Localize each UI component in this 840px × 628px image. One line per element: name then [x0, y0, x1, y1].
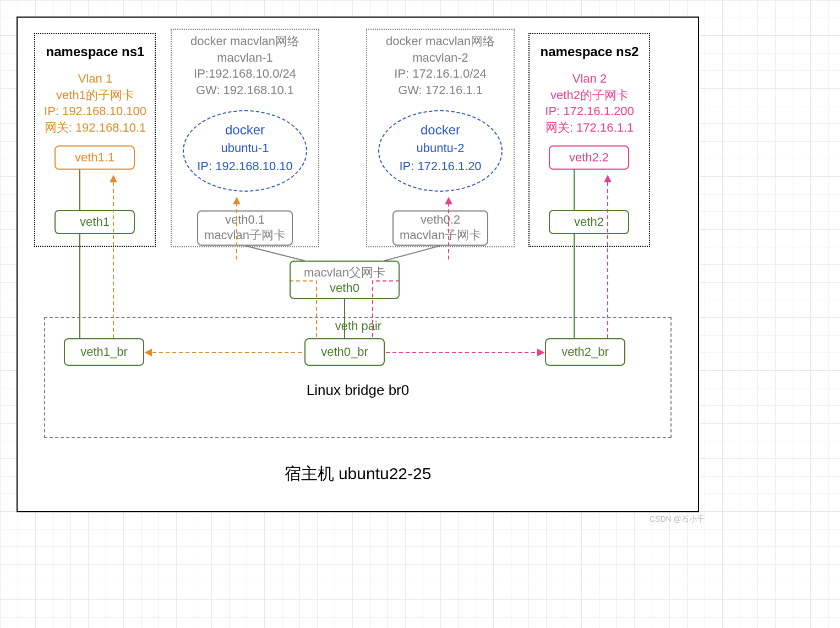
veth2-node: veth2	[549, 210, 629, 234]
veth01-desc: macvlan子网卡	[204, 227, 286, 243]
veth1-1-node: veth1.1	[54, 145, 135, 170]
ns2-info: Vlan 2 veth2的子网卡 IP: 172.16.1.200 网关: 17…	[531, 71, 648, 136]
veth2-2-node: veth2.2	[549, 145, 629, 170]
veth0-br-node: veth0_br	[304, 338, 385, 366]
ns1-title: namespace ns1	[39, 43, 152, 61]
veth01-name: veth0.1	[225, 213, 265, 227]
mv1-name: macvlan-1	[217, 51, 272, 64]
docker1-ip: IP: 192.168.10.10	[197, 159, 293, 173]
parent-nic-desc: macvlan父网卡	[304, 264, 385, 281]
mv2-name: macvlan-2	[412, 51, 468, 64]
ns2-subnic: veth2的子网卡	[550, 88, 629, 102]
docker1-name: ubuntu-1	[221, 141, 269, 155]
docker2-ip: IP: 172.16.1.20	[399, 159, 481, 173]
ns2-title: namespace ns2	[533, 43, 646, 61]
docker2-title: docker	[421, 122, 460, 137]
docker1-info: docker ubuntu-1 IP: 192.168.10.10	[185, 121, 305, 175]
veth1-node: veth1	[54, 210, 135, 234]
watermark: CSDN @石小千	[650, 515, 705, 524]
macvlan1-info: docker macvlan网络 macvlan-1 IP:192.168.10…	[174, 33, 316, 99]
ns1-vlan: Vlan 1	[78, 72, 112, 85]
bridge-label: Linux bridge br0	[286, 381, 429, 400]
mv1-gw: GW: 192.168.10.1	[196, 83, 294, 97]
ns1-gw: 网关: 192.168.10.1	[45, 121, 146, 134]
veth01-node: veth0.1 macvlan子网卡	[197, 210, 293, 246]
veth02-desc: macvlan子网卡	[400, 227, 481, 243]
mv2-gw: GW: 172.16.1.1	[398, 83, 483, 97]
ns2-gw: 网关: 172.16.1.1	[546, 121, 634, 134]
macvlan2-info: docker macvlan网络 macvlan-2 IP: 172.16.1.…	[369, 33, 511, 99]
veth1-br-node: veth1_br	[64, 338, 144, 366]
veth02-name: veth0.2	[421, 213, 460, 227]
mv2-ip: IP: 172.16.1.0/24	[394, 67, 487, 80]
host-label: 宿主机 ubuntu22-25	[259, 463, 457, 485]
ns1-info: Vlan 1 veth1的子网卡 IP: 192.168.10.100 网关: …	[36, 71, 154, 136]
mv1-title: docker macvlan网络	[190, 34, 299, 48]
veth0-parent-node: macvlan父网卡 veth0	[290, 261, 400, 299]
veth2-br-node: veth2_br	[545, 338, 625, 366]
mv2-title: docker macvlan网络	[386, 34, 495, 48]
bridge-box	[44, 317, 672, 438]
ns2-ip: IP: 172.16.1.200	[545, 104, 634, 118]
docker1-title: docker	[225, 122, 265, 137]
parent-nic-name: veth0	[330, 281, 359, 295]
docker2-name: ubuntu-2	[417, 141, 465, 155]
ns2-vlan: Vlan 2	[572, 72, 607, 85]
veth02-node: veth0.2 macvlan子网卡	[392, 210, 488, 246]
ns1-ip: IP: 192.168.10.100	[44, 104, 146, 118]
docker2-info: docker ubuntu-2 IP: 172.16.1.20	[380, 121, 500, 175]
ns1-subnic: veth1的子网卡	[56, 88, 134, 102]
mv1-ip: IP:192.168.10.0/24	[194, 67, 296, 80]
diagram-canvas: 宿主机 ubuntu22-25 Linux bridge br0 veth pa…	[0, 0, 840, 628]
veth-pair-label: veth pair	[317, 318, 400, 334]
